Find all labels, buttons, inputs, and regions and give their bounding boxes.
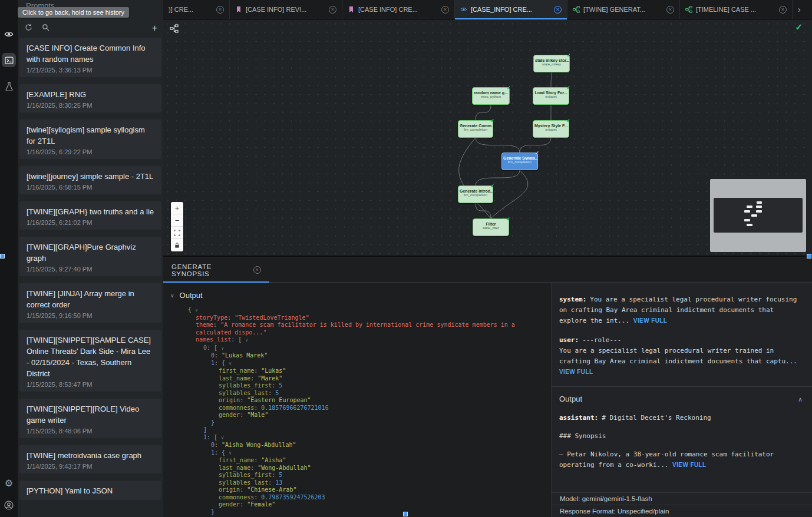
person-icon xyxy=(4,501,14,510)
splitter-handle-right[interactable] xyxy=(807,254,811,258)
tab-close-icon[interactable]: × xyxy=(554,6,562,14)
tab-close-icon[interactable]: × xyxy=(441,6,449,14)
assistant-output-header[interactable]: Output ∧ xyxy=(559,394,803,405)
node-mystery_style[interactable]: Mystery Style F...snippet✓ xyxy=(533,120,569,138)
editor-tab-5[interactable]: [TWINE] GENERAT...× xyxy=(567,0,680,19)
prompt-list-item[interactable]: [TWINE][SNIPPET][ROLE] Video game writer… xyxy=(19,399,161,438)
json-token: : xyxy=(207,434,214,440)
user-role-label: user: xyxy=(559,336,579,344)
minimap-node xyxy=(757,201,763,204)
json-line: 1: { ∨ xyxy=(188,449,540,458)
output-section-header[interactable]: ∨ Output xyxy=(170,291,551,300)
workflow-layout-icon[interactable] xyxy=(170,24,179,35)
collapse-toggle-icon[interactable]: ∨ xyxy=(229,361,232,366)
node-load_story[interactable]: Load Story For...snippet✓ xyxy=(533,87,569,105)
tab-close-icon[interactable]: × xyxy=(329,6,336,14)
settings-gear-icon[interactable]: ⚙ xyxy=(2,476,16,490)
node-subtitle: llm_completion xyxy=(502,160,537,164)
prompt-list-item[interactable]: [TWINE] [JINJA] Array merge in correct o… xyxy=(19,283,161,323)
view-full-link[interactable]: VIEW FULL xyxy=(559,367,803,377)
tab-close-icon[interactable]: × xyxy=(216,6,224,14)
prompt-list-item[interactable]: [CASE INFO] Create Common Info with rand… xyxy=(19,38,161,77)
json-line: last_name: "Wong-Abdullah" xyxy=(188,465,540,472)
prompt-list-item[interactable]: [TWINE][GRAPH} two truths and a lie1/16/… xyxy=(19,201,161,230)
tab-generate-synopsis[interactable]: GENERATE SYNOPSIS × xyxy=(163,258,269,282)
json-token: syllables_first xyxy=(219,472,272,478)
prompt-list-item[interactable]: [twine][journey] simple sample - 2T1L1/1… xyxy=(19,166,161,194)
eye-icon[interactable] xyxy=(2,27,16,41)
editor-tab-4[interactable]: [CASE_INFO] CRE...× xyxy=(455,0,567,19)
zoom-out-button[interactable]: − xyxy=(171,214,183,227)
json-token: origin xyxy=(219,397,240,403)
collapse-toggle-icon[interactable]: ∨ xyxy=(229,450,232,456)
prompt-title: [TWINE][GRAPH]Pure Graphviz graph xyxy=(27,241,154,264)
lock-toggle-button[interactable] xyxy=(171,239,183,251)
minimap-node xyxy=(756,210,762,213)
collapse-toggle-icon[interactable]: ∨ xyxy=(221,435,224,440)
json-token: "Chinese-Arab" xyxy=(247,486,296,493)
beaker-icon[interactable] xyxy=(2,79,16,93)
zoom-controls: +− xyxy=(171,202,183,251)
tabs-overflow-chevron-icon[interactable]: › xyxy=(793,0,806,19)
minimap[interactable] xyxy=(710,179,806,252)
node-filter[interactable]: Filterstate_filter✓ xyxy=(473,218,509,236)
json-line: syllables_first: 5 xyxy=(188,472,540,479)
editor-tab-2[interactable]: [CASE INFO] REVI...× xyxy=(230,0,342,19)
minimap-node xyxy=(744,219,750,221)
tab-close-icon[interactable]: × xyxy=(779,6,787,14)
node-title: Load Story For... xyxy=(533,91,569,95)
editor-tab-1[interactable]: )] CRE...× xyxy=(163,0,230,19)
node-state_mikey[interactable]: state mikey stor...state_mikey✓ xyxy=(533,55,570,72)
search-icon[interactable] xyxy=(42,23,49,34)
tab-label: )] CRE... xyxy=(169,6,213,13)
divider xyxy=(552,386,812,387)
json-line: names_list: [ ∨ xyxy=(188,336,540,344)
tab-label: [TIMELINE] CASE ... xyxy=(696,6,775,13)
collapse-toggle-icon[interactable]: ∨ xyxy=(221,346,224,351)
prompts-panel-icon[interactable] xyxy=(2,53,16,67)
prompt-list-item[interactable]: [TWINE][SNIPPET][SAMPLE CASE] Online Thr… xyxy=(19,330,161,392)
prompt-list-item[interactable]: [TWINE] metroidvania case graph1/14/2025… xyxy=(19,445,161,473)
node-random_name[interactable]: random name g...exec_python✓ xyxy=(472,87,510,105)
editor-tab-3[interactable]: [CASE INFO] CRE...× xyxy=(342,0,455,19)
node-subtitle: state_filter xyxy=(473,226,509,230)
chevron-down-icon[interactable]: ∨ xyxy=(170,293,174,299)
refresh-icon[interactable] xyxy=(25,23,32,34)
tab-close-icon[interactable]: × xyxy=(666,6,674,14)
graph-canvas[interactable]: state mikey stor...state_mikey✓random na… xyxy=(163,19,812,257)
close-icon[interactable]: × xyxy=(253,266,261,274)
view-full-link[interactable]: VIEW FULL xyxy=(633,317,667,324)
add-prompt-button[interactable]: + xyxy=(152,24,157,33)
prompt-title: [twine][syllogism] sample syllogism for … xyxy=(27,124,154,147)
editor-tab-6[interactable]: [TIMELINE] CASE ...× xyxy=(680,0,793,19)
chevron-up-icon[interactable]: ∧ xyxy=(798,394,803,405)
json-token: : xyxy=(254,494,261,501)
json-line: storyType: "TwistedLoveTriangle" xyxy=(188,314,540,322)
prompt-list-item[interactable]: [EXAMPLE] RNG1/16/2025, 8:30:25 PM xyxy=(19,84,161,112)
system-role-label: system: xyxy=(559,296,586,303)
view-full-link[interactable]: VIEW FULL xyxy=(672,462,706,468)
json-token: { xyxy=(222,360,229,366)
json-line: syllables_last: 5 xyxy=(188,390,540,397)
prompt-list-item[interactable]: [PYTHON] Yaml to JSON xyxy=(19,480,161,500)
json-line: ] xyxy=(188,426,540,434)
prompt-list-item[interactable]: [TWINE][GRAPH]Pure Graphviz graph1/15/20… xyxy=(19,237,161,276)
splitter-handle-bottom[interactable] xyxy=(403,512,408,516)
output-tab-bar: GENERATE SYNOPSIS × xyxy=(163,258,812,283)
node-generate_synopsis[interactable]: Generate Synop...llm_completion✓ xyxy=(501,153,538,170)
collapse-toggle-icon[interactable]: ∨ xyxy=(195,307,198,313)
account-avatar-icon[interactable] xyxy=(2,498,16,512)
json-token: ] xyxy=(203,426,207,433)
node-generate_common[interactable]: Generate Comm...llm_completion✓ xyxy=(458,120,493,138)
node-generate_introduction[interactable]: Generate Introd...llm_completion✓ xyxy=(458,185,493,203)
node-status-check-icon: ✓ xyxy=(566,118,570,124)
splitter-handle-left[interactable] xyxy=(0,254,5,258)
json-token: "Wong-Abdullah" xyxy=(258,465,311,471)
prompt-list-item[interactable]: [twine][syllogism] sample syllogism for … xyxy=(19,120,161,159)
fit-view-button[interactable] xyxy=(171,227,183,239)
node-subtitle: llm_completion xyxy=(458,193,493,197)
zoom-in-button[interactable]: + xyxy=(171,202,183,214)
json-token: commonness xyxy=(219,494,254,501)
json-token: "Lukas Marek" xyxy=(222,352,268,359)
collapse-toggle-icon[interactable]: ∨ xyxy=(245,337,248,343)
